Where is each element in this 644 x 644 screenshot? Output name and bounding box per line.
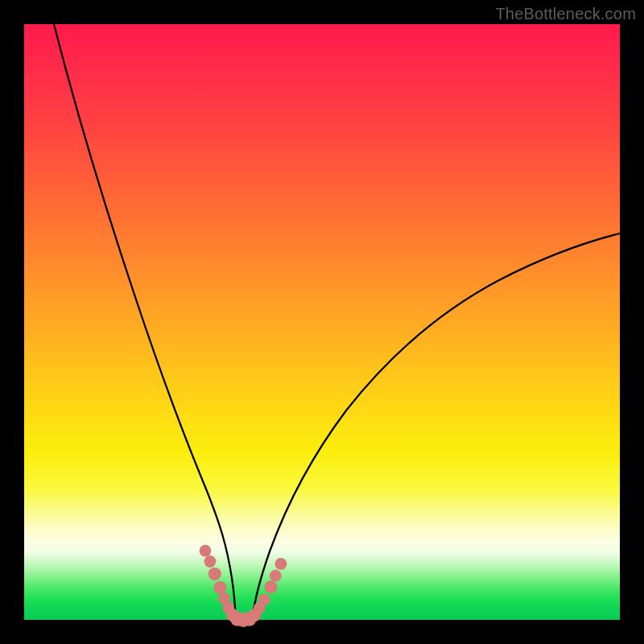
marker-group: [200, 545, 287, 627]
marker-dot: [258, 593, 270, 605]
marker-dot: [213, 581, 226, 594]
marker-dot: [270, 570, 282, 582]
marker-dot: [200, 545, 212, 557]
chart-plot-area: [24, 24, 620, 620]
right-curve: [253, 233, 620, 617]
marker-dot: [264, 580, 277, 593]
marker-dot: [275, 558, 287, 570]
marker-dot: [204, 555, 217, 568]
attribution-label: TheBottleneck.com: [495, 5, 636, 23]
chart-svg: [24, 24, 620, 620]
left-curve: [54, 24, 236, 617]
marker-dot: [208, 568, 221, 580]
chart-frame: TheBottleneck.com: [0, 0, 644, 644]
